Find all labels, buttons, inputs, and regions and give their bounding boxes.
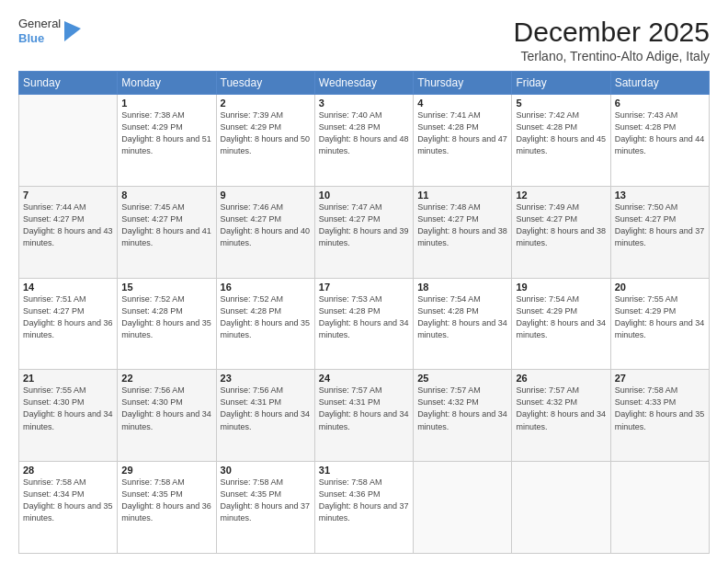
day-number: 3 xyxy=(319,98,409,109)
day-number: 15 xyxy=(121,282,211,293)
day-number: 1 xyxy=(121,98,211,109)
table-row: 6Sunrise: 7:43 AMSunset: 4:28 PMDaylight… xyxy=(610,95,709,187)
calendar-week-row: 7Sunrise: 7:44 AMSunset: 4:27 PMDaylight… xyxy=(19,186,710,278)
table-row: 30Sunrise: 7:58 AMSunset: 4:35 PMDayligh… xyxy=(216,462,314,554)
day-number: 24 xyxy=(319,373,409,384)
table-row: 24Sunrise: 7:57 AMSunset: 4:31 PMDayligh… xyxy=(314,370,413,462)
table-row: 21Sunrise: 7:55 AMSunset: 4:30 PMDayligh… xyxy=(19,370,118,462)
day-info: Sunrise: 7:58 AMSunset: 4:35 PMDaylight:… xyxy=(221,477,311,524)
day-info: Sunrise: 7:47 AMSunset: 4:27 PMDaylight:… xyxy=(319,201,409,249)
day-number: 20 xyxy=(615,282,705,293)
day-info: Sunrise: 7:50 AMSunset: 4:27 PMDaylight:… xyxy=(615,201,705,249)
table-row: 22Sunrise: 7:56 AMSunset: 4:30 PMDayligh… xyxy=(118,370,216,462)
table-row: 26Sunrise: 7:57 AMSunset: 4:32 PMDayligh… xyxy=(512,370,610,462)
day-info: Sunrise: 7:56 AMSunset: 4:30 PMDaylight:… xyxy=(121,385,211,432)
title-block: December 2025 Terlano, Trentino-Alto Adi… xyxy=(514,17,710,63)
table-row: 3Sunrise: 7:40 AMSunset: 4:28 PMDaylight… xyxy=(314,95,413,187)
day-number: 22 xyxy=(121,373,211,384)
day-info: Sunrise: 7:57 AMSunset: 4:32 PMDaylight:… xyxy=(417,385,507,432)
svg-marker-0 xyxy=(64,21,81,41)
table-row: 16Sunrise: 7:52 AMSunset: 4:28 PMDayligh… xyxy=(216,278,314,370)
table-row: 8Sunrise: 7:45 AMSunset: 4:27 PMDaylight… xyxy=(118,186,216,278)
header-sunday: Sunday xyxy=(19,72,118,95)
table-row: 1Sunrise: 7:38 AMSunset: 4:29 PMDaylight… xyxy=(118,95,216,187)
day-number: 4 xyxy=(417,98,507,109)
day-number: 6 xyxy=(615,98,705,109)
day-number: 30 xyxy=(221,465,311,476)
day-info: Sunrise: 7:53 AMSunset: 4:28 PMDaylight:… xyxy=(319,293,409,341)
day-number: 28 xyxy=(23,465,113,476)
day-number: 16 xyxy=(221,282,311,293)
day-info: Sunrise: 7:40 AMSunset: 4:28 PMDaylight:… xyxy=(319,109,409,157)
day-number: 29 xyxy=(121,465,211,476)
day-number: 31 xyxy=(319,465,409,476)
day-number: 19 xyxy=(516,282,606,293)
day-number: 13 xyxy=(615,190,705,201)
day-info: Sunrise: 7:42 AMSunset: 4:28 PMDaylight:… xyxy=(516,109,606,157)
day-info: Sunrise: 7:52 AMSunset: 4:28 PMDaylight:… xyxy=(221,293,311,341)
table-row: 23Sunrise: 7:56 AMSunset: 4:31 PMDayligh… xyxy=(216,370,314,462)
day-info: Sunrise: 7:57 AMSunset: 4:31 PMDaylight:… xyxy=(319,385,409,432)
table-row: 29Sunrise: 7:58 AMSunset: 4:35 PMDayligh… xyxy=(118,462,216,554)
header-saturday: Saturday xyxy=(610,72,709,95)
day-info: Sunrise: 7:54 AMSunset: 4:29 PMDaylight:… xyxy=(516,293,606,341)
table-row: 25Sunrise: 7:57 AMSunset: 4:32 PMDayligh… xyxy=(414,370,512,462)
table-row: 10Sunrise: 7:47 AMSunset: 4:27 PMDayligh… xyxy=(314,186,413,278)
table-row: 14Sunrise: 7:51 AMSunset: 4:27 PMDayligh… xyxy=(19,278,118,370)
header-monday: Monday xyxy=(118,72,216,95)
header-thursday: Thursday xyxy=(414,72,512,95)
day-number: 7 xyxy=(23,190,113,201)
day-number: 8 xyxy=(121,190,211,201)
day-info: Sunrise: 7:41 AMSunset: 4:28 PMDaylight:… xyxy=(417,109,507,157)
table-row: 31Sunrise: 7:58 AMSunset: 4:36 PMDayligh… xyxy=(314,462,413,554)
table-row: 12Sunrise: 7:49 AMSunset: 4:27 PMDayligh… xyxy=(512,186,610,278)
table-row: 5Sunrise: 7:42 AMSunset: 4:28 PMDaylight… xyxy=(512,95,610,187)
day-info: Sunrise: 7:39 AMSunset: 4:29 PMDaylight:… xyxy=(221,109,311,157)
calendar-week-row: 21Sunrise: 7:55 AMSunset: 4:30 PMDayligh… xyxy=(19,370,710,462)
day-info: Sunrise: 7:56 AMSunset: 4:31 PMDaylight:… xyxy=(221,385,311,432)
header-tuesday: Tuesday xyxy=(216,72,314,95)
day-info: Sunrise: 7:58 AMSunset: 4:35 PMDaylight:… xyxy=(121,477,211,524)
table-row: 28Sunrise: 7:58 AMSunset: 4:34 PMDayligh… xyxy=(19,462,118,554)
logo-blue: Blue xyxy=(18,31,61,46)
main-title: December 2025 xyxy=(514,17,710,47)
table-row: 2Sunrise: 7:39 AMSunset: 4:29 PMDaylight… xyxy=(216,95,314,187)
table-row: 11Sunrise: 7:48 AMSunset: 4:27 PMDayligh… xyxy=(414,186,512,278)
table-row: 17Sunrise: 7:53 AMSunset: 4:28 PMDayligh… xyxy=(314,278,413,370)
day-number: 11 xyxy=(417,190,507,201)
day-info: Sunrise: 7:44 AMSunset: 4:27 PMDaylight:… xyxy=(23,201,113,249)
day-number: 10 xyxy=(319,190,409,201)
day-info: Sunrise: 7:55 AMSunset: 4:30 PMDaylight:… xyxy=(23,385,113,432)
header-friday: Friday xyxy=(512,72,610,95)
table-row: 20Sunrise: 7:55 AMSunset: 4:29 PMDayligh… xyxy=(610,278,709,370)
day-number: 5 xyxy=(516,98,606,109)
day-info: Sunrise: 7:58 AMSunset: 4:34 PMDaylight:… xyxy=(23,477,113,524)
day-info: Sunrise: 7:49 AMSunset: 4:27 PMDaylight:… xyxy=(516,201,606,249)
logo-general: General xyxy=(18,17,61,31)
calendar-table: Sunday Monday Tuesday Wednesday Thursday… xyxy=(18,71,710,554)
day-info: Sunrise: 7:45 AMSunset: 4:27 PMDaylight:… xyxy=(121,201,211,249)
table-row: 7Sunrise: 7:44 AMSunset: 4:27 PMDaylight… xyxy=(19,186,118,278)
calendar-header-row: Sunday Monday Tuesday Wednesday Thursday… xyxy=(19,72,710,95)
day-info: Sunrise: 7:38 AMSunset: 4:29 PMDaylight:… xyxy=(121,109,211,157)
table-row: 13Sunrise: 7:50 AMSunset: 4:27 PMDayligh… xyxy=(610,186,709,278)
table-row: 4Sunrise: 7:41 AMSunset: 4:28 PMDaylight… xyxy=(414,95,512,187)
day-info: Sunrise: 7:58 AMSunset: 4:33 PMDaylight:… xyxy=(615,385,705,432)
table-row xyxy=(414,462,512,554)
table-row xyxy=(19,95,118,187)
calendar-week-row: 28Sunrise: 7:58 AMSunset: 4:34 PMDayligh… xyxy=(19,462,710,554)
page: General Blue December 2025 Terlano, Tren… xyxy=(0,0,728,563)
day-info: Sunrise: 7:55 AMSunset: 4:29 PMDaylight:… xyxy=(615,293,705,341)
table-row: 18Sunrise: 7:54 AMSunset: 4:28 PMDayligh… xyxy=(414,278,512,370)
header: General Blue December 2025 Terlano, Tren… xyxy=(18,17,710,63)
table-row: 9Sunrise: 7:46 AMSunset: 4:27 PMDaylight… xyxy=(216,186,314,278)
day-info: Sunrise: 7:57 AMSunset: 4:32 PMDaylight:… xyxy=(516,385,606,432)
table-row xyxy=(610,462,709,554)
day-number: 25 xyxy=(417,373,507,384)
calendar-week-row: 1Sunrise: 7:38 AMSunset: 4:29 PMDaylight… xyxy=(19,95,710,187)
logo: General Blue xyxy=(18,17,81,45)
logo-icon xyxy=(64,21,81,41)
day-number: 2 xyxy=(221,98,311,109)
day-number: 14 xyxy=(23,282,113,293)
day-number: 17 xyxy=(319,282,409,293)
